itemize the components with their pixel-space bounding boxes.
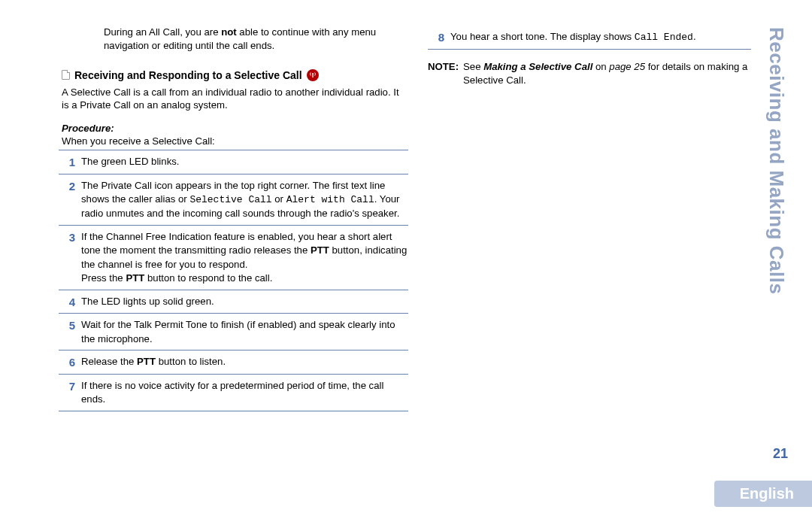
note-text: See Making a Selective Call on page 25 f… xyxy=(463,60,751,88)
step-number: 6 xyxy=(59,355,81,370)
page-number: 21 xyxy=(773,446,788,462)
step-number: 7 xyxy=(59,379,81,394)
note-label: NOTE: xyxy=(428,60,463,88)
radio-tower-icon xyxy=(307,69,319,81)
step-4: 4 The LED lights up solid green. xyxy=(59,290,408,314)
step-number: 3 xyxy=(59,230,81,245)
steps-list: 1 The green LED blinks. 2 The Private Ca… xyxy=(59,150,408,411)
procedure-label: Procedure: xyxy=(59,123,408,134)
step-number: 4 xyxy=(59,295,81,310)
step-text: Wait for the Talk Permit Tone to finish … xyxy=(81,318,408,346)
section-description: A Selective Call is a call from an indiv… xyxy=(59,86,408,113)
step-8: 8 You hear a short tone. The display sho… xyxy=(428,26,751,50)
step-text: The LED lights up solid green. xyxy=(81,295,408,308)
step-text: The green LED blinks. xyxy=(81,155,408,168)
step-text: You hear a short tone. The display shows… xyxy=(450,30,751,44)
chapter-sidebar-title: Receiving and Making Calls xyxy=(765,27,788,294)
step-6: 6 Release the PTT button to listen. xyxy=(59,351,408,375)
book-icon xyxy=(62,70,70,80)
content-columns: During an All Call, you are not able to … xyxy=(0,0,812,411)
mono-text: Call Ended xyxy=(635,32,693,43)
section-heading: Receiving and Responding to a Selective … xyxy=(59,69,408,81)
step-number: 1 xyxy=(59,155,81,170)
all-call-intro: During an All Call, you are not able to … xyxy=(59,26,408,53)
right-column: 8 You hear a short tone. The display sho… xyxy=(428,26,751,411)
step-3: 3 If the Channel Free Indication feature… xyxy=(59,226,408,290)
step-text: The Private Call icon appears in the top… xyxy=(81,179,408,221)
left-column: During an All Call, you are not able to … xyxy=(59,26,408,411)
step-number: 2 xyxy=(59,179,81,194)
mono-text: Alert with Call xyxy=(286,194,374,205)
mono-text: Selective Call xyxy=(189,194,271,205)
heading-text: Receiving and Responding to a Selective … xyxy=(74,69,302,81)
step-number: 8 xyxy=(428,30,450,45)
note-block: NOTE: See Making a Selective Call on pag… xyxy=(428,60,751,88)
svg-point-0 xyxy=(312,73,314,74)
language-tab: English xyxy=(714,481,812,507)
manual-page: During an All Call, you are not able to … xyxy=(0,0,812,525)
step-text: If there is no voice activity for a pred… xyxy=(81,379,408,407)
step-2: 2 The Private Call icon appears in the t… xyxy=(59,174,408,226)
step-7: 7 If there is no voice activity for a pr… xyxy=(59,375,408,411)
step-number: 5 xyxy=(59,318,81,333)
step-text: If the Channel Free Indication feature i… xyxy=(81,230,408,286)
intro-pre: During an All Call, you are xyxy=(104,26,221,38)
intro-bold: not xyxy=(221,26,237,38)
step-5: 5 Wait for the Talk Permit Tone to finis… xyxy=(59,314,408,351)
step-text: Release the PTT button to listen. xyxy=(81,355,408,369)
step-1: 1 The green LED blinks. xyxy=(59,150,408,174)
procedure-intro: When you receive a Selective Call: xyxy=(59,135,408,147)
